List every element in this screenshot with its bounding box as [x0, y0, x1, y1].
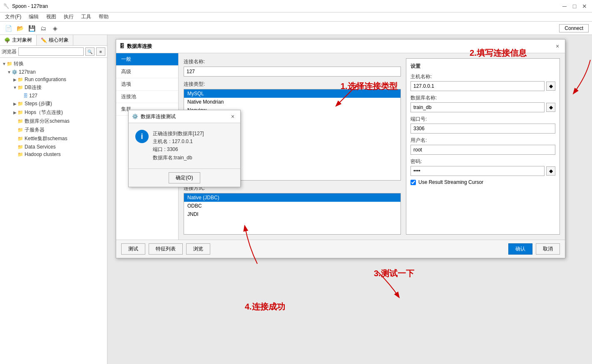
pass-browse-button[interactable]: ◆ [546, 166, 555, 176]
sidebar-tabs: 🌳 主对象树 ✏️ 核心对象 [0, 35, 107, 46]
annotation-step4: 4.连接成功 [245, 301, 285, 312]
browse-button[interactable]: 浏览 [186, 243, 210, 255]
new-button[interactable]: 📄 [3, 23, 13, 33]
port-group: 端口号: [410, 116, 555, 134]
app-title: Spoon - 127tran [12, 3, 48, 9]
host-group: 主机名称: ◆ [410, 73, 555, 91]
test-button[interactable]: 测试 [121, 243, 145, 255]
test-result-text: 正确连接到数据库[127] 主机名 : 127.0.0.1 端口 : 3306 … [153, 130, 204, 162]
conn-name-input[interactable] [184, 67, 401, 77]
menu-bar: 文件(F) 编辑 视图 执行 工具 帮助 [0, 12, 592, 22]
main-layout: 🌳 主对象树 ✏️ 核心对象 浏览器 🔍 ≡ ▼ 📁 转换 ▼ ⚙️ [0, 35, 592, 364]
tab-core-icon: ✏️ [41, 37, 47, 43]
pass-input[interactable] [410, 166, 545, 176]
host-input[interactable] [410, 81, 545, 91]
conn-method-item[interactable]: JNDI [184, 210, 400, 218]
open-button[interactable]: 📂 [15, 23, 25, 33]
tree-item-db-conn[interactable]: ▼ 📁 DB连接 [0, 83, 107, 92]
db-name-input[interactable] [410, 102, 545, 112]
conn-name-group: 连接名称: [184, 58, 401, 77]
conn-type-item[interactable]: Native Mondrian [184, 98, 400, 106]
menu-view[interactable]: 视图 [43, 12, 60, 21]
layout-button[interactable]: ≡ [96, 47, 105, 56]
dialog-close-button[interactable]: × [553, 42, 562, 50]
test-dialog-title-bar: ⚙️ 数据库连接测试 × [129, 110, 240, 123]
cancel-button[interactable]: 取消 [536, 243, 560, 255]
conn-name-label: 连接名称: [184, 58, 401, 65]
conn-method-list[interactable]: Native (JDBC)ODBCJNDI [184, 193, 401, 235]
tab-core-objects[interactable]: ✏️ 核心对象 [37, 35, 73, 45]
host-label: 主机名称: [410, 73, 555, 80]
tab-main-objects[interactable]: 🌳 主对象树 [0, 35, 37, 45]
test-result-dialog: ⚙️ 数据库连接测试 × i 正确连接到数据库[127] 主机名 : 127.0… [128, 110, 241, 187]
dialog-db-icon: 🗄 [119, 43, 124, 49]
menu-edit[interactable]: 编辑 [25, 12, 42, 21]
nav-item-general[interactable]: 一般 [116, 53, 178, 66]
tree-item-data-services[interactable]: ▶ 📁 Data Services [0, 143, 107, 151]
test-dialog-close-button[interactable]: × [229, 112, 237, 121]
streaming-cursor-checkbox[interactable] [410, 180, 416, 185]
dialog-bottom-bar: 测试 特征列表 浏览 确认 取消 [116, 240, 565, 258]
port-input[interactable] [410, 124, 555, 134]
maximize-button[interactable]: □ [570, 2, 579, 10]
port-label: 端口号: [410, 116, 555, 123]
feature-list-button[interactable]: 特征列表 [149, 243, 183, 255]
toolbar: 📄 📂 💾 🗂 ◈ Connect [0, 22, 592, 35]
minimize-button[interactable]: ─ [560, 2, 569, 10]
tree-item-127tran[interactable]: ▼ ⚙️ 127tran [0, 68, 107, 76]
menu-execute[interactable]: 执行 [60, 12, 77, 21]
test-dialog-footer: 确定(O) [129, 168, 240, 187]
tree-item-root-folder[interactable]: ▼ 📁 转换 [0, 59, 107, 68]
streaming-cursor-row: Use Result Streaming Cursor [410, 179, 555, 185]
db-name-group: 数据库名称: ◆ [410, 94, 555, 112]
user-group: 用户名: [410, 137, 555, 155]
tree-item-sub-servers[interactable]: ▶ 📁 子服务器 [0, 126, 107, 134]
test-dialog-icon: ⚙️ [132, 114, 138, 119]
tree-item-run-configs[interactable]: ▶ 📁 Run configurations [0, 76, 107, 83]
conn-method-section: 连接方式: Native (JDBC)ODBCJNDI [184, 185, 401, 235]
save-button[interactable]: 💾 [27, 23, 37, 33]
info-icon: i [135, 130, 149, 143]
menu-tools[interactable]: 工具 [78, 12, 95, 21]
title-bar: 🥄 Spoon - 127tran ─ □ ✕ [0, 0, 592, 12]
menu-file[interactable]: 文件(F) [2, 12, 25, 21]
conn-method-item[interactable]: ODBC [184, 202, 400, 210]
app-icon: 🥄 [3, 3, 10, 9]
sidebar: 🌳 主对象树 ✏️ 核心对象 浏览器 🔍 ≡ ▼ 📁 转换 ▼ ⚙️ [0, 35, 107, 364]
close-button[interactable]: ✕ [580, 2, 589, 10]
streaming-cursor-label: Use Result Streaming Cursor [418, 179, 483, 185]
tree-item-cluster-schemas[interactable]: ▶ 📁 Kettle集群schemas [0, 134, 107, 143]
tree-item-hadoop[interactable]: ▶ 📁 Hadoop clusters [0, 151, 107, 158]
db-name-browse-button[interactable]: ◆ [546, 103, 555, 112]
dialog-title: 数据库连接 [127, 43, 152, 50]
pass-label: 密码: [410, 158, 555, 165]
nav-item-options[interactable]: 选项 [116, 78, 178, 91]
menu-help[interactable]: 帮助 [95, 12, 112, 21]
browser-label: 浏览器 [2, 48, 17, 55]
tree-item-127[interactable]: ▶ 🗄 127 [0, 92, 107, 99]
tree-item-db-schemas[interactable]: ▶ 📁 数据库分区schemas [0, 117, 107, 126]
conn-method-item[interactable]: Native (JDBC) [184, 193, 400, 202]
search-button[interactable]: 🔍 [85, 47, 95, 56]
saveas-button[interactable]: 🗂 [38, 23, 48, 33]
tree-item-hops[interactable]: ▶ 📁 Hops（节点连接) [0, 108, 107, 117]
connect-button[interactable]: Connect [559, 24, 589, 32]
user-input[interactable] [410, 145, 555, 155]
host-browse-button[interactable]: ◆ [546, 82, 555, 91]
conn-type-item[interactable]: MySQL [184, 89, 400, 98]
settings-panel: 设置 主机名称: ◆ 数据库名称: ◆ [406, 58, 560, 235]
layers-button[interactable]: ◈ [50, 23, 60, 33]
search-input[interactable] [18, 47, 84, 56]
confirm-button[interactable]: 确认 [508, 243, 532, 255]
sidebar-search-bar: 浏览器 🔍 ≡ [0, 46, 107, 58]
tree-item-steps[interactable]: ▶ 📁 Steps (步骤) [0, 99, 107, 108]
dialog-title-bar: 🗄 数据库连接 × [116, 40, 565, 53]
content-area: 🗄 数据库连接 × 一般 高级 选项 连接池 集群 [107, 35, 592, 364]
bottom-left-buttons: 测试 特征列表 浏览 [121, 243, 210, 255]
settings-title: 设置 [410, 63, 555, 70]
nav-item-advanced[interactable]: 高级 [116, 66, 178, 78]
test-confirm-button[interactable]: 确定(O) [169, 172, 200, 183]
pass-group: 密码: ◆ [410, 158, 555, 176]
user-label: 用户名: [410, 137, 555, 144]
nav-item-pool[interactable]: 连接池 [116, 91, 178, 103]
